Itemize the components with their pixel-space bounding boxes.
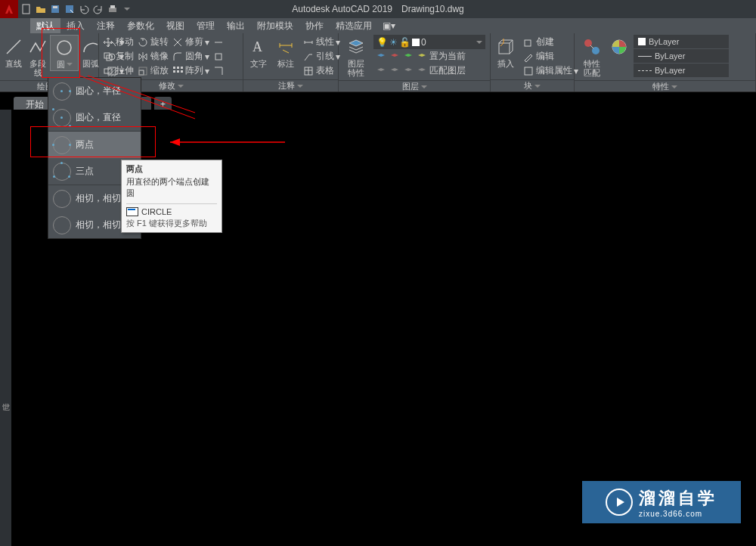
- open-icon[interactable]: [34, 2, 48, 16]
- dimension-button[interactable]: 标注: [272, 35, 299, 70]
- svg-rect-16: [173, 67, 175, 69]
- tab-addins[interactable]: 附加模块: [251, 18, 299, 33]
- array-icon: [172, 65, 184, 77]
- array-button[interactable]: 阵列▾: [170, 64, 211, 78]
- create-block-button[interactable]: 创建: [521, 35, 580, 49]
- table-button[interactable]: 表格: [301, 64, 342, 78]
- tab-manage[interactable]: 管理: [191, 18, 221, 33]
- svg-point-7: [57, 41, 71, 54]
- svg-line-6: [7, 40, 20, 54]
- layer-dropdown[interactable]: 💡 ☀ 🔓 0: [373, 35, 485, 49]
- tab-more-icon[interactable]: ▣▾: [378, 18, 400, 33]
- circle-two-points[interactable]: 两点: [48, 132, 141, 158]
- tab-collaborate[interactable]: 协作: [299, 18, 330, 33]
- move-button[interactable]: 移动: [101, 35, 135, 49]
- layer-tool-6[interactable]: [389, 65, 401, 77]
- tab-insert[interactable]: 插入: [60, 18, 91, 33]
- linetype-dropdown[interactable]: ByLayer: [634, 64, 729, 77]
- move-icon: [102, 36, 114, 48]
- tab-featured[interactable]: 精选应用: [330, 18, 378, 33]
- match-properties-button[interactable]: 特性 匹配: [576, 35, 608, 79]
- modify-misc-3[interactable]: [211, 64, 226, 78]
- svg-rect-21: [181, 70, 183, 73]
- line-button[interactable]: 直线: [2, 35, 26, 70]
- svg-rect-15: [139, 67, 147, 75]
- tab-parametric[interactable]: 参数化: [121, 18, 160, 33]
- linear-dim-button[interactable]: 线性▾: [301, 35, 342, 49]
- insert-icon: [495, 36, 516, 57]
- color-dropdown[interactable]: ByLayer: [634, 35, 729, 48]
- edit-attr-button[interactable]: 编辑属性▾: [521, 64, 580, 78]
- circle-button[interactable]: 圆: [50, 35, 79, 71]
- linetype-icon: [638, 70, 652, 71]
- line-icon: [3, 36, 24, 57]
- leader-button[interactable]: 引线▾: [301, 49, 342, 64]
- panel-layer-label[interactable]: 图层: [339, 80, 490, 92]
- svg-rect-20: [177, 70, 179, 73]
- panel-annotation-label[interactable]: 注释: [243, 79, 338, 92]
- panel-properties-label[interactable]: 特性: [575, 80, 755, 92]
- insert-block-button[interactable]: 插入: [492, 35, 519, 70]
- new-icon[interactable]: [20, 2, 33, 16]
- stretch-icon: [102, 65, 114, 77]
- svg-rect-13: [104, 69, 112, 73]
- app-logo-icon[interactable]: [0, 0, 18, 18]
- match-layer-button[interactable]: 匹配图层: [429, 64, 466, 77]
- fillet-button[interactable]: 圆角▾: [170, 49, 211, 64]
- layer-tool-1[interactable]: [375, 51, 387, 63]
- panel-layer: 图层 特性 💡 ☀ 🔓 0 置为当前 匹配图层 图层: [339, 33, 491, 92]
- svg-rect-17: [177, 67, 179, 69]
- undo-icon[interactable]: [77, 2, 91, 16]
- tab-view[interactable]: 视图: [160, 18, 191, 33]
- layer-tool-7[interactable]: [402, 65, 414, 77]
- circle-center-radius[interactable]: 圆心，半径: [48, 78, 141, 104]
- scale-button[interactable]: 缩放: [135, 64, 170, 78]
- lineweight-icon: [638, 56, 652, 57]
- arc-icon: [80, 36, 101, 57]
- text-button[interactable]: A 文字: [245, 35, 272, 70]
- svg-rect-18: [181, 67, 183, 69]
- make-current-button[interactable]: 置为当前: [429, 50, 466, 63]
- tab-annotate[interactable]: 注释: [91, 18, 121, 33]
- modify-misc-2[interactable]: [211, 49, 226, 64]
- watermark: 溜溜自学 zixue.3d66.com: [582, 481, 741, 523]
- layer-tool-3[interactable]: [402, 51, 414, 63]
- plot-icon[interactable]: [106, 2, 119, 16]
- table-icon: [302, 65, 314, 77]
- sun-icon: ☀: [389, 37, 398, 48]
- svg-rect-22: [215, 54, 222, 60]
- saveas-icon[interactable]: [63, 2, 76, 16]
- qat-dropdown-icon[interactable]: [120, 2, 134, 16]
- tab-output[interactable]: 输出: [221, 18, 251, 33]
- rotate-button[interactable]: 旋转: [135, 35, 170, 49]
- fillet-icon: [172, 51, 184, 63]
- trim-button[interactable]: 修剪▾: [170, 35, 211, 49]
- polyline-button[interactable]: 多段线: [26, 35, 50, 79]
- svg-rect-2: [53, 6, 57, 8]
- panel-block-label[interactable]: 块: [491, 79, 574, 92]
- polyline-icon: [27, 36, 48, 57]
- panel-block: 插入 创建 编辑 编辑属性▾ 块: [491, 33, 575, 92]
- file-name: Drawing10.dwg: [401, 4, 464, 14]
- layer-tool-2[interactable]: [389, 51, 401, 63]
- left-docking-strip: 世记: [0, 110, 11, 546]
- circle-center-diameter[interactable]: 圆心，直径: [48, 104, 141, 131]
- redo-icon[interactable]: [91, 2, 105, 16]
- color-wheel-button[interactable]: [608, 35, 631, 59]
- lineweight-dropdown[interactable]: ByLayer: [634, 49, 729, 63]
- edit-block-button[interactable]: 编辑: [521, 49, 580, 64]
- copy-icon: [102, 51, 114, 63]
- layer-tool-5[interactable]: [375, 65, 387, 77]
- layer-tool-4[interactable]: [416, 51, 428, 63]
- svg-rect-0: [23, 5, 29, 14]
- mirror-button[interactable]: 镜像: [135, 49, 170, 64]
- mirror-icon: [137, 51, 149, 63]
- svg-rect-19: [173, 70, 175, 73]
- layer-properties-button[interactable]: 图层 特性: [340, 35, 372, 79]
- save-icon[interactable]: [48, 2, 62, 16]
- layer-tool-8[interactable]: [416, 65, 428, 77]
- copy-button[interactable]: 复制: [101, 49, 135, 64]
- modify-misc-1[interactable]: [211, 35, 226, 49]
- tab-default[interactable]: 默认: [30, 18, 60, 33]
- stretch-button[interactable]: 拉伸: [101, 64, 135, 78]
